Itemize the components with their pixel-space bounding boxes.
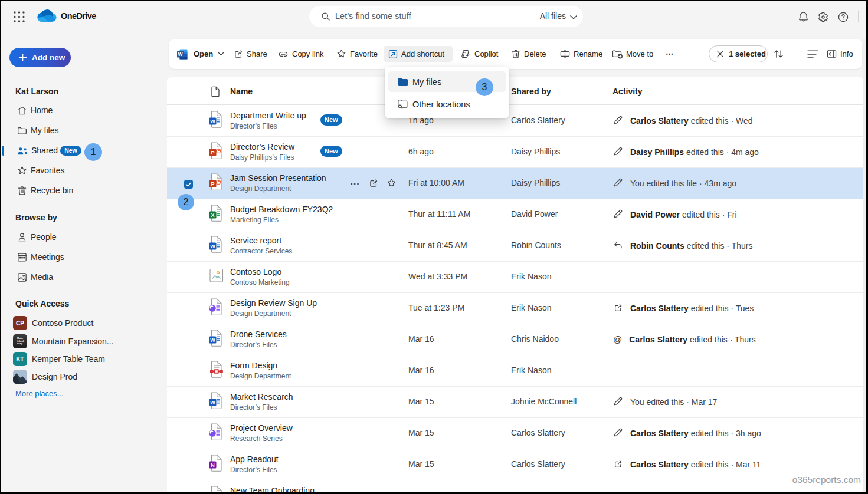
svg-text:N: N: [211, 462, 215, 468]
svg-text:W: W: [210, 243, 215, 249]
svg-text:P: P: [211, 181, 214, 187]
svg-text:P: P: [211, 150, 214, 156]
svg-text:W: W: [210, 400, 215, 406]
svg-text:W: W: [178, 51, 184, 57]
svg-text:X: X: [211, 212, 214, 218]
svg-text:W: W: [210, 337, 215, 343]
svg-text:W: W: [210, 118, 215, 124]
